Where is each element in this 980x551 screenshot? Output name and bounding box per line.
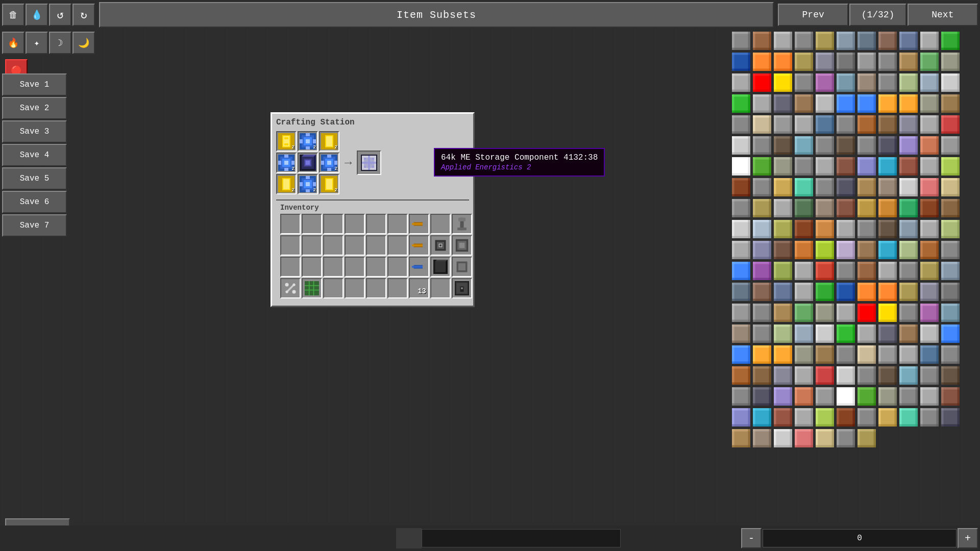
grid-item-58[interactable]	[794, 135, 814, 156]
grid-item-149[interactable]	[856, 303, 877, 323]
grid-item-194[interactable]	[877, 386, 898, 407]
grid-item-144[interactable]	[752, 303, 772, 323]
grid-item-126[interactable]	[836, 261, 856, 281]
grid-item-66[interactable]	[731, 156, 751, 177]
grid-item-112[interactable]	[773, 240, 793, 260]
grid-item-202[interactable]	[815, 407, 835, 428]
plus-button[interactable]: +	[958, 528, 978, 548]
grid-item-33[interactable]	[731, 93, 751, 114]
grid-item-181[interactable]	[836, 365, 856, 386]
grid-item-42[interactable]	[919, 93, 940, 114]
grid-item-185[interactable]	[919, 365, 940, 386]
grid-item-167[interactable]	[773, 344, 793, 365]
grid-item-158[interactable]	[815, 323, 835, 344]
inv-slot-23[interactable]	[387, 257, 408, 277]
inv-slot-13[interactable]	[366, 235, 386, 256]
grid-item-196[interactable]	[919, 386, 940, 407]
grid-item-179[interactable]	[794, 365, 814, 386]
grid-item-60[interactable]	[836, 135, 856, 156]
grid-item-110[interactable]	[731, 240, 751, 260]
grid-item-138[interactable]	[856, 282, 877, 302]
minus-button[interactable]: -	[741, 528, 762, 548]
grid-item-38[interactable]	[836, 93, 856, 114]
grid-item-205[interactable]	[877, 407, 898, 428]
grid-item-184[interactable]	[898, 365, 919, 386]
inv-slot-12[interactable]	[345, 235, 365, 256]
grid-item-47[interactable]	[794, 114, 814, 135]
grid-item-6[interactable]	[856, 31, 877, 51]
grid-item-65[interactable]	[940, 135, 961, 156]
inv-slot-15[interactable]	[409, 235, 429, 256]
grid-item-1[interactable]	[752, 31, 772, 51]
grid-item-40[interactable]	[877, 93, 898, 114]
grid-item-101[interactable]	[773, 219, 793, 239]
grid-item-95[interactable]	[877, 198, 898, 218]
grid-item-85[interactable]	[898, 177, 919, 197]
grid-item-127[interactable]	[856, 261, 877, 281]
fire-icon[interactable]: 🔥	[2, 32, 24, 54]
inv-slot-30[interactable]	[345, 278, 365, 298]
grid-item-51[interactable]	[877, 114, 898, 135]
prev-button[interactable]: Prev	[778, 4, 848, 26]
inv-slot-27[interactable]	[280, 278, 301, 298]
grid-item-214[interactable]	[836, 428, 856, 448]
grid-item-209[interactable]	[731, 428, 751, 448]
grid-item-162[interactable]	[898, 323, 919, 344]
grid-item-215[interactable]	[856, 428, 877, 448]
item-subsets-label[interactable]: Item Subsets	[99, 2, 774, 28]
grid-item-192[interactable]	[836, 386, 856, 407]
craft-slot-3[interactable]: 2	[276, 153, 297, 173]
grid-item-132[interactable]	[731, 282, 751, 302]
grid-item-161[interactable]	[877, 323, 898, 344]
grid-item-164[interactable]	[940, 323, 961, 344]
craft-slot-1[interactable]: 2	[298, 131, 318, 152]
grid-item-35[interactable]	[773, 93, 793, 114]
grid-item-135[interactable]	[794, 282, 814, 302]
grid-item-178[interactable]	[773, 365, 793, 386]
grid-item-81[interactable]	[815, 177, 835, 197]
grid-item-26[interactable]	[815, 72, 835, 93]
grid-item-157[interactable]	[794, 323, 814, 344]
grid-item-140[interactable]	[898, 282, 919, 302]
grid-item-32[interactable]	[940, 72, 961, 93]
grid-item-212[interactable]	[794, 428, 814, 448]
grid-item-115[interactable]	[836, 240, 856, 260]
grid-item-88[interactable]	[731, 198, 751, 218]
grid-item-203[interactable]	[836, 407, 856, 428]
inv-slot-20[interactable]	[323, 257, 344, 277]
result-slot[interactable]	[357, 151, 381, 175]
grid-item-134[interactable]	[773, 282, 793, 302]
grid-item-8[interactable]	[898, 31, 919, 51]
grid-item-90[interactable]	[773, 198, 793, 218]
grid-item-187[interactable]	[731, 386, 751, 407]
search-bar-area[interactable]	[396, 528, 422, 548]
grid-item-131[interactable]	[940, 261, 961, 281]
save-2-button[interactable]: Save 2	[2, 97, 67, 119]
grid-item-52[interactable]	[898, 114, 919, 135]
grid-item-7[interactable]	[877, 31, 898, 51]
grid-item-199[interactable]	[752, 407, 772, 428]
grid-item-175[interactable]	[940, 344, 961, 365]
inv-slot-1[interactable]	[302, 214, 322, 234]
grid-item-45[interactable]	[752, 114, 772, 135]
grid-item-146[interactable]	[794, 303, 814, 323]
grid-item-55[interactable]	[731, 135, 751, 156]
grid-item-17[interactable]	[856, 52, 877, 72]
grid-item-125[interactable]	[815, 261, 835, 281]
grid-item-39[interactable]	[856, 93, 877, 114]
grid-item-82[interactable]	[836, 177, 856, 197]
grid-item-14[interactable]	[794, 52, 814, 72]
grid-item-50[interactable]	[856, 114, 877, 135]
grid-item-99[interactable]	[731, 219, 751, 239]
grid-item-0[interactable]	[731, 31, 751, 51]
grid-item-67[interactable]	[752, 156, 772, 177]
grid-item-200[interactable]	[773, 407, 793, 428]
grid-item-74[interactable]	[898, 156, 919, 177]
moon-icon[interactable]: 🌙	[72, 32, 95, 54]
grid-item-56[interactable]	[752, 135, 772, 156]
save-4-button[interactable]: Save 4	[2, 144, 67, 166]
grid-item-117[interactable]	[877, 240, 898, 260]
grid-item-46[interactable]	[773, 114, 793, 135]
grid-item-172[interactable]	[877, 344, 898, 365]
grid-item-12[interactable]	[752, 52, 772, 72]
